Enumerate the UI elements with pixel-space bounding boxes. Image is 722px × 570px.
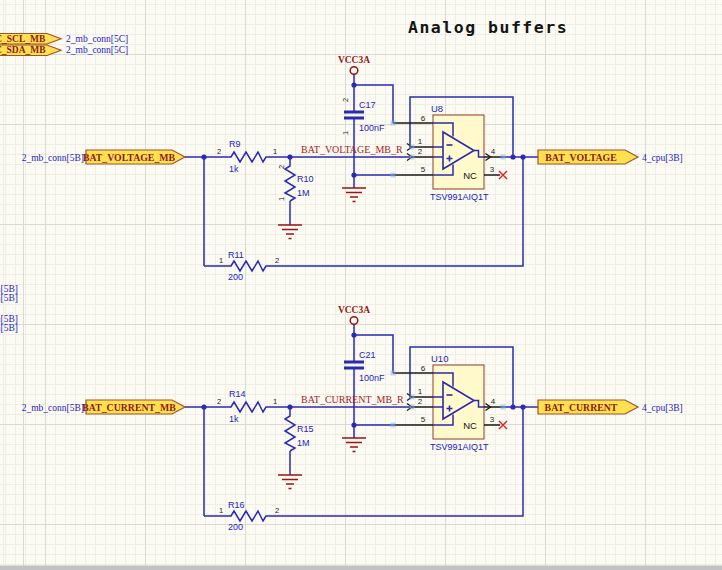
input-conn-label[interactable]: 2_mb_conn[5B] [22,153,84,163]
resistor-symbol [227,152,269,162]
designator: U8 [431,103,443,114]
junction-dot [201,404,206,409]
designator: R14 [229,389,246,399]
pin-hotspot [501,405,506,410]
ground-symbol[interactable] [342,438,366,452]
pin-number: 2 [217,397,221,406]
junction-dot [351,332,356,337]
no-erc-cross-icon [499,421,507,429]
pin-number: 4 [491,397,496,406]
nc-pin-label: NC [463,170,477,181]
output-port[interactable]: BAT_CURRENT [538,400,638,414]
designator: R16 [228,500,245,510]
junction-dot [510,154,515,159]
net-label[interactable]: BAT_VOLTAGE_MB_R [301,144,403,155]
power-port-vcc3a[interactable]: VCC3A [338,305,370,324]
junction-dot [351,82,356,87]
port-i2c-sda-mb[interactable]: I2C_SDA_MB 2_mb_conn[5C] [0,45,128,56]
conn-label: 2_mb_conn[5C] [66,34,128,44]
pin-number: 3 [490,165,495,174]
junction-dot [520,404,525,409]
pin-hotspot [501,155,506,160]
power-port-vcc3a[interactable]: VCC3A [338,55,370,74]
junction-dot [287,404,292,409]
designator: U10 [431,353,448,364]
clipped-conn-label: 2_mb_conn[5B] [0,323,18,333]
resistor-symbol [229,511,271,521]
pin-number: 1 [277,197,286,201]
input-port[interactable]: BAT_CURRENT_MB [82,400,185,414]
designator: R11 [228,250,244,260]
shunt-resistor[interactable]: 2 1 R10 1M [277,163,314,201]
ground-symbol[interactable] [278,475,302,489]
value: 1M [297,438,310,448]
port-label: I2C_SCL_MB [0,34,46,44]
power-net-label: VCC3A [338,305,370,315]
output-conn-label[interactable]: 4_cpu[3B] [642,403,683,413]
input-port[interactable]: BAT_VOLTAGE_MB [83,150,185,164]
output-port[interactable]: BAT_VOLTAGE [538,150,638,164]
conn-label: 2_mb_conn[5C] [66,45,128,55]
resistor-symbol [285,163,295,201]
resistor-symbol [285,413,295,451]
pin-hotspot [410,145,415,150]
junction-dot [510,404,515,409]
input-conn-label[interactable]: 2_mb_conn[5B] [22,403,84,413]
port-label: BAT_VOLTAGE [545,152,617,163]
pin-hotspot [410,405,415,410]
pin-number: 4 [491,147,496,156]
value: 1k [229,164,239,174]
no-erc-cross-icon [499,171,507,179]
capacitor-plate [344,361,364,364]
net-label[interactable]: BAT_CURRENT_MB_R [301,394,404,405]
pin-number: 2 [275,506,279,515]
pin-number: 2 [277,165,286,169]
value: 100nF [359,123,385,133]
pin-number: 5 [421,415,426,424]
shunt-resistor[interactable]: 2 1 R15 1M [27,413,314,570]
value: 200 [228,272,243,282]
resistor-symbol [229,261,271,271]
part-number: TSV991AIQ1T [430,192,489,202]
capacitor-plate [344,367,364,370]
port-label: BAT_VOLTAGE_MB [83,152,176,163]
designator: R10 [297,174,314,184]
value: 1M [297,188,310,198]
output-conn-label[interactable]: 4_cpu[3B] [642,153,683,163]
decoupling-capacitor[interactable]: C21 100nF 2 1 [91,350,386,570]
pin-hotspot [391,121,396,126]
ground-symbol[interactable] [342,188,366,202]
port-i2c-scl-mb[interactable]: I2C_SCL_MB 2_mb_conn[5C] [0,34,128,45]
pin-number: 1 [219,256,223,265]
pin-hotspot [391,371,396,376]
pin-number: 1 [273,147,277,156]
port-label: I2C_SDA_MB [0,45,46,55]
pin-number: 1 [341,131,350,135]
power-circle-icon [350,317,358,325]
resistor-symbol [227,402,269,412]
opamp[interactable]: U8 TSV991AIQ1T 6 1 2 5 4 3 NC [391,103,508,202]
decoupling-capacitor[interactable]: C17 100nF 2 1 [341,98,386,135]
power-circle-icon [350,67,358,75]
capacitor-plate [344,117,364,120]
pin-hotspot [410,155,415,160]
pin-number: 2 [275,256,279,265]
clipped-conn-label: 2_mb_conn[5B] [0,293,18,303]
pin-number: 1 [418,137,423,146]
designator: R9 [229,139,241,149]
pin-number: 3 [490,415,495,424]
pin-hotspot [410,395,415,400]
designator: R15 [297,424,314,434]
pin-hotspot [391,173,396,178]
opamp[interactable]: U10 TSV991AIQ1T 6 1 2 5 4 3 NC [391,353,508,452]
buffer-circuit-voltage: 2_mb_conn[5B] BAT_VOLTAGE_MB 2 1 R9 1k B… [22,55,683,282]
pin-number: 2 [418,397,423,406]
pin-number: 5 [421,165,426,174]
pin-number: 1 [418,387,423,396]
ground-symbol[interactable] [278,225,302,239]
value: 200 [228,522,243,532]
port-label: BAT_CURRENT_MB [82,402,176,413]
pin-number: 1 [219,506,223,515]
sheet-title: Analog buffers [408,18,568,37]
port-label: BAT_CURRENT [545,402,618,413]
